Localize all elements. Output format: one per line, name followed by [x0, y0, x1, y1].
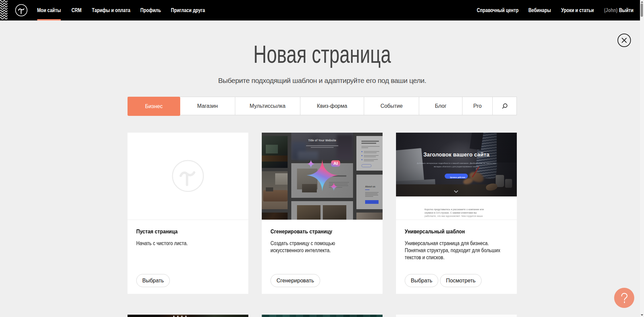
- svg-text:AI: AI: [334, 161, 338, 166]
